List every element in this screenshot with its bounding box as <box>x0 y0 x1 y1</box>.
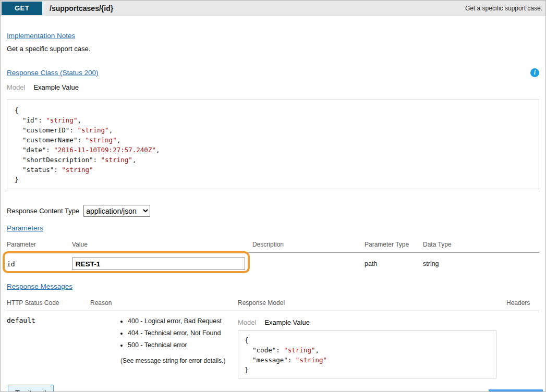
error-reason-list: 400 - Logical error, Bad Request 404 - T… <box>90 317 238 349</box>
code-line: } <box>245 365 490 375</box>
parameter-type: path <box>365 260 423 267</box>
info-icon[interactable]: i <box>530 68 539 77</box>
parameter-value-cell <box>72 258 252 270</box>
tab-example-value[interactable]: Example Value <box>33 83 78 91</box>
tab-model[interactable]: Model <box>7 83 25 91</box>
column-header-http-status-code: HTTP Status Code <box>7 297 90 311</box>
column-header-response-model: Response Model <box>238 297 506 311</box>
response-content-type-row: Response Content Type application/json <box>7 205 539 217</box>
column-header-parameter-type: Parameter Type <box>365 239 423 252</box>
error-model-code: { "code": "string", "message": "string" … <box>238 330 496 378</box>
parameters-heading[interactable]: Parameters <box>7 224 43 232</box>
code-line: "code": "string", <box>245 345 490 355</box>
code-line: "customerName": "string", <box>15 135 531 145</box>
response-class-heading[interactable]: Response Class (Status 200) <box>7 69 99 77</box>
column-header-data-type: Data Type <box>423 239 539 252</box>
code-line: "message": "string" <box>245 355 490 365</box>
operation-header[interactable]: GET /supportcases/{id} Get a specific su… <box>1 1 545 16</box>
error-reason-item: 400 - Logical error, Bad Request <box>128 317 238 325</box>
column-header-description: Description <box>252 239 365 252</box>
response-content-type-label: Response Content Type <box>7 207 79 215</box>
code-line: "shortDescription": "string", <box>15 155 531 165</box>
error-reason-item: 404 - Technical error, Not Found <box>128 329 238 337</box>
implementation-notes-text: Get a specific support case. <box>7 45 539 53</box>
response-model-tabs: Model Example Value <box>238 318 506 326</box>
parameter-name: id <box>7 260 72 268</box>
response-content-type-select[interactable]: application/json <box>83 205 150 217</box>
code-line: } <box>15 175 531 185</box>
operation-body: Implementation Notes Get a specific supp… <box>1 16 545 392</box>
column-header-parameter: Parameter <box>7 239 72 252</box>
response-class-row: Response Class (Status 200) i <box>7 68 539 77</box>
code-line: "date": "2016-11-10T09:27:57.240Z", <box>15 145 531 155</box>
response-example-code: { "id": "string", "customerID": "string"… <box>7 100 539 189</box>
response-model-cell: Model Example Value { "code": "string", … <box>238 316 506 378</box>
code-line: "status": "string" <box>15 165 531 175</box>
response-messages-heading[interactable]: Response Messages <box>7 283 72 290</box>
code-line: "id": "string", <box>15 115 531 125</box>
response-messages-table-header: HTTP Status Code Reason Response Model H… <box>7 297 539 311</box>
column-header-headers: Headers <box>506 297 539 311</box>
parameter-row-id: id path string <box>7 253 539 275</box>
operation-summary: Get a specific support case. <box>465 5 542 12</box>
code-line: { <box>245 335 490 345</box>
error-reason-item: 500 - Technical error <box>128 341 238 349</box>
response-message-row-default: default 400 - Logical error, Bad Request… <box>7 311 539 378</box>
parameters-table-header: Parameter Value Description Parameter Ty… <box>7 239 539 253</box>
http-method-badge: GET <box>2 2 42 15</box>
error-note: (See message string for error details.) <box>120 357 238 364</box>
tab-model[interactable]: Model <box>238 318 256 326</box>
column-header-reason: Reason <box>90 297 238 311</box>
parameter-data-type: string <box>423 260 539 267</box>
code-line: "customerID": "string", <box>15 125 531 135</box>
reason-cell: 400 - Logical error, Bad Request 404 - T… <box>90 316 238 364</box>
try-it-out-wrap: Try it out! <box>8 385 54 392</box>
horizontal-scrollbar-thumb[interactable] <box>489 389 543 391</box>
status-code: default <box>7 316 90 324</box>
implementation-notes-heading[interactable]: Implementation Notes <box>7 32 75 40</box>
id-value-input[interactable] <box>72 258 245 270</box>
tab-example-value[interactable]: Example Value <box>264 318 309 326</box>
code-line: { <box>15 105 531 115</box>
try-it-out-button[interactable]: Try it out! <box>8 385 54 392</box>
column-header-value: Value <box>72 239 252 252</box>
response-class-tabs: Model Example Value <box>7 83 539 91</box>
operation-path: /supportcases/{id} <box>50 4 113 13</box>
